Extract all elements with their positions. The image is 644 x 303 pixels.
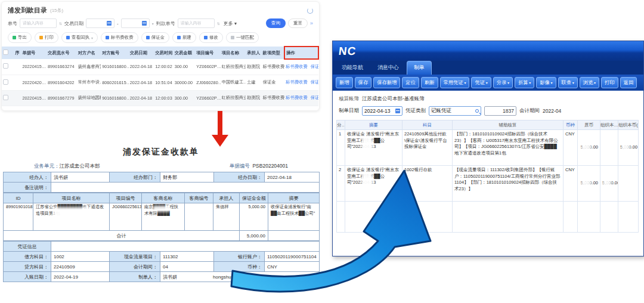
col-doc-no: 单据号 [21, 47, 47, 59]
row-checkbox[interactable] [3, 63, 8, 69]
sort-icon: ⇅ [217, 21, 220, 26]
orig-amount: 5,000.00 [578, 130, 600, 166]
edit-button[interactable]: 修改 [199, 32, 223, 43]
cashflow-item: 111302 [160, 252, 214, 262]
op-deposit-link[interactable]: 保证金 [311, 95, 318, 100]
table-row[interactable]: 20220415…89901663274 扬州鑫睿商贸…9016016800… … [2, 59, 318, 75]
nc-common-voucher-button[interactable]: 常用凭证 [440, 77, 470, 88]
search-icon[interactable] [475, 109, 479, 113]
reset-button[interactable]: 重置 [288, 18, 308, 28]
col-index: 序 [14, 47, 21, 59]
vcol-orgcur: 组织本币( [618, 120, 639, 130]
detail-proj-no: JG066022561307/1 [110, 203, 142, 231]
nc-browse-button[interactable]: 浏览 [580, 77, 599, 88]
bid-fee-icon [106, 36, 109, 39]
tab-message-center[interactable]: 消息中心 [371, 61, 405, 75]
op-deposit-link[interactable]: 保证金 [311, 64, 318, 69]
orig-amount: 5,000.00 [578, 166, 600, 202]
voucher-number-input[interactable]: 1837 [484, 106, 516, 116]
voucher-date-label: 制单日期 [339, 107, 359, 115]
deposit-button[interactable]: 保证金 [141, 32, 170, 43]
total-label: 合计 [4, 231, 240, 241]
export-button[interactable]: 导出 [8, 32, 32, 43]
tab-function-nav[interactable]: 功能导航 [335, 61, 370, 75]
calendar-icon [142, 21, 147, 26]
voucher-date-input[interactable]: 2022-04-13 [362, 106, 402, 116]
op-bid-fee-link[interactable]: 标书费收费 [286, 64, 307, 69]
select-all-checkbox[interactable] [3, 50, 8, 55]
nc-voucher-button[interactable]: 凭证 [471, 77, 491, 88]
nc-print-button[interactable]: 打印 [601, 77, 618, 88]
vcol-entry: 分… [337, 120, 345, 130]
plus-icon [177, 36, 181, 39]
print-icon [39, 36, 43, 39]
nc-return-button[interactable]: 返回 [620, 77, 637, 88]
date-separator: - [117, 21, 119, 26]
dept-label: 经办部门： [110, 172, 160, 183]
vcol-currency: 币种 [564, 120, 578, 130]
list-count: (15条) [50, 7, 63, 14]
nc-refresh-button[interactable]: 刷新 [421, 77, 438, 88]
view-receipt-button[interactable]: 查看回执▾ [61, 32, 98, 43]
col-amount: 交易金额 [174, 47, 195, 59]
nc-convert-button[interactable]: 折算 [515, 77, 534, 88]
detail-vendor-no [185, 203, 213, 231]
vcol-orig: 原币 [578, 120, 600, 130]
table-row[interactable]: 20220415…89901667279 扬州绿地园林…9016016800… … [2, 90, 318, 106]
pufa-arrival-list-panel: 浦发到款目录 (15条) 单号 请输入内容 ⇅ 交易日期 - ▾ 到款单号 请输… [1, 1, 320, 111]
col-txn-no: 交易流水号 [47, 47, 77, 59]
period-value: 2022-04 [543, 108, 561, 114]
list-title: 浦发到款目录 [8, 6, 47, 15]
match-icon [231, 36, 234, 39]
print-button[interactable]: 打印 [35, 32, 58, 43]
col-operation-highlighted: 操作 [284, 47, 318, 59]
detail-id: 899019010187 [4, 203, 33, 231]
table-row[interactable]: 20220420…89901604202 常州市中设…8060201615… 2… [2, 75, 318, 90]
op-bid-fee-link[interactable]: 标书费收费 [286, 79, 307, 85]
deposit-icon [146, 36, 150, 39]
nc-save-button[interactable]: 保存 [355, 77, 372, 88]
detail-proj-name: 江苏省公安████████地下通道改造项目第1包 [33, 203, 110, 231]
tab-voucher-entry[interactable]: 制单 [407, 61, 432, 75]
refresh-icon[interactable] [307, 8, 313, 14]
form-title: 浦发保证金收款单 [3, 147, 319, 157]
col-type: 款项类型 [262, 47, 285, 59]
vcol-account: 科目 [402, 120, 453, 130]
vcol-summary: 摘要 [345, 120, 402, 130]
nc-add-button[interactable]: 新增 [336, 77, 353, 88]
handler-value: 洪书妍 [51, 172, 110, 183]
nc-locate-button[interactable]: 定位 [402, 77, 419, 88]
handler-label: 经办人： [4, 172, 51, 183]
more-filters[interactable]: 更多 ▾ [224, 20, 237, 27]
col-payer: 对方户名 [77, 47, 101, 59]
remark-label: 备注说明： [4, 183, 51, 193]
create-button[interactable]: 新建 [172, 32, 196, 43]
op-deposit-link[interactable]: 保证金 [311, 79, 318, 85]
bid-fee-button[interactable]: 标书费收费 [101, 32, 138, 43]
voucher-type-label: 凭证类别 [405, 107, 426, 115]
op-bid-fee-link[interactable]: 标书费收费 [286, 95, 307, 100]
row-checkbox[interactable] [3, 95, 8, 100]
filter-doc-label: 单号 [8, 20, 17, 27]
orgcur-amount: 5,000.00 [618, 130, 639, 166]
date-from-input[interactable] [86, 18, 114, 28]
expand-icon[interactable]: » [310, 20, 313, 26]
nc-entry-button[interactable]: 分录 [493, 77, 513, 88]
col-proj-name: 项目名称 [221, 47, 246, 59]
nc-save-add-button[interactable]: 保存新增 [373, 77, 400, 88]
date-to-input[interactable] [121, 18, 150, 28]
filter-date-label: 交易日期 [64, 20, 83, 27]
nc-image-button[interactable]: 影像 [536, 77, 556, 88]
doc-no-input[interactable]: 请输入内容 [20, 18, 57, 28]
chevron-down-icon[interactable]: ▾ [152, 21, 154, 26]
credit-account: 22410509 [51, 262, 110, 272]
nc-linkquery-button[interactable]: 联查 [558, 77, 578, 88]
ledger-info: 核算账簿江苏成套公司本部-基准账簿 [333, 91, 643, 103]
voucher-type-input[interactable]: 记账凭证 [429, 106, 481, 116]
row-checkbox[interactable] [3, 79, 8, 85]
red-down-arrow [210, 111, 230, 148]
search-button[interactable]: 查询 [266, 18, 286, 28]
arrival-no-input[interactable]: 请输入内容 [178, 18, 215, 28]
match-button[interactable]: 一键匹配 [226, 32, 259, 43]
business-unit: 业务单元：江苏成套公司本部 [34, 163, 100, 170]
